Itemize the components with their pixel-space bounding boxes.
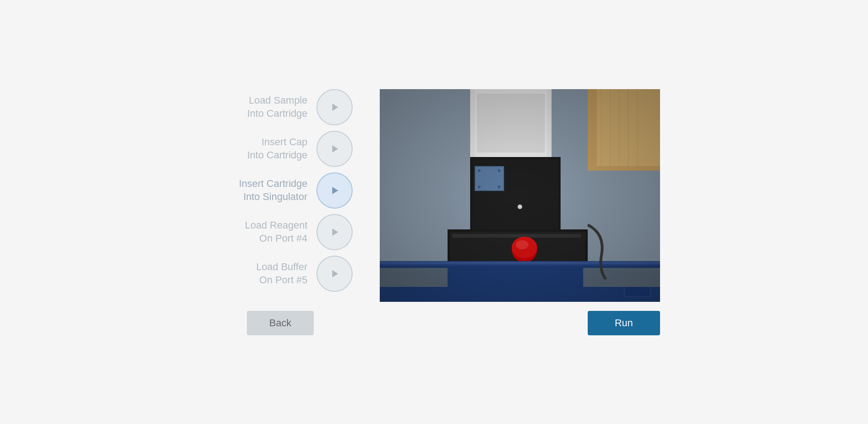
svg-marker-0 [332, 104, 338, 111]
step-row-2: Insert Cap Into Cartridge [208, 131, 353, 167]
back-button[interactable]: Back [247, 311, 314, 335]
machine-video-preview [380, 89, 660, 302]
svg-marker-3 [332, 229, 338, 236]
svg-marker-2 [332, 187, 338, 194]
step-label-3: Insert Cartridge Into Singulator [208, 177, 307, 203]
svg-rect-42 [380, 89, 660, 302]
step-label-2: Insert Cap Into Cartridge [208, 136, 307, 162]
svg-marker-4 [332, 270, 338, 277]
step-row-4: Load Reagent On Port #4 [208, 214, 353, 250]
play-button-2[interactable] [316, 131, 353, 167]
svg-marker-1 [332, 145, 338, 152]
image-section: Run [380, 89, 660, 335]
step-label-1: Load Sample Into Cartridge [208, 94, 307, 120]
play-button-3[interactable] [316, 172, 353, 209]
step-label-4: Load Reagent On Port #4 [208, 219, 307, 245]
steps-section: Load Sample Into Cartridge Insert Cap In… [208, 89, 353, 335]
play-button-5[interactable] [316, 256, 353, 292]
step-row-5: Load Buffer On Port #5 [208, 256, 353, 292]
play-button-1[interactable] [316, 89, 353, 125]
step-row-1: Load Sample Into Cartridge [208, 89, 353, 125]
step-row-3: Insert Cartridge Into Singulator [208, 172, 353, 209]
content-area: Load Sample Into Cartridge Insert Cap In… [0, 0, 868, 424]
step-label-5: Load Buffer On Port #5 [208, 261, 307, 286]
play-button-4[interactable] [316, 214, 353, 250]
run-button[interactable]: Run [588, 311, 660, 335]
